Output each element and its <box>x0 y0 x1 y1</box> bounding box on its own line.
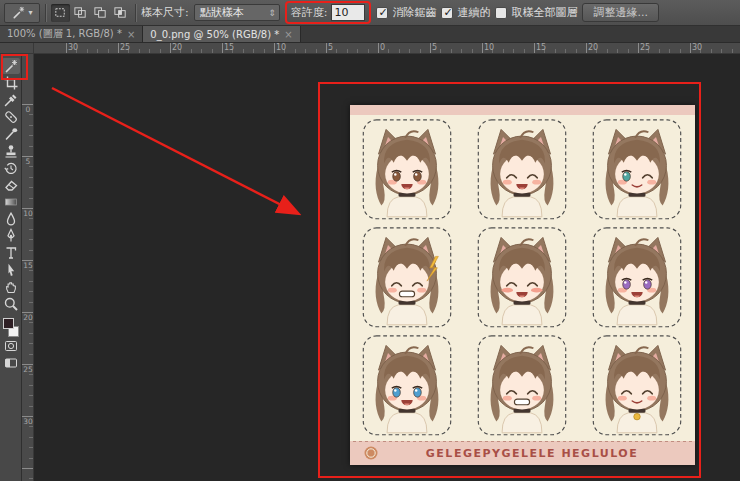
checkbox-box: ✓ <box>376 7 388 19</box>
ruler-number: 20 <box>22 313 34 322</box>
ruler-number: 10 <box>22 209 34 218</box>
blur-icon <box>3 211 19 227</box>
crop-icon <box>3 75 19 91</box>
healing-icon <box>3 109 19 125</box>
ruler-number: 30 <box>692 43 702 52</box>
ruler-number: 15 <box>224 43 234 52</box>
close-icon[interactable]: × <box>127 29 135 40</box>
pen-icon <box>3 228 19 244</box>
ruler-number: 20 <box>172 43 182 52</box>
tool-history-brush[interactable] <box>2 160 20 176</box>
checkbox-label: 取樣全部圖層 <box>511 5 577 20</box>
checkbox-box: ✓ <box>495 7 507 19</box>
tab-document-2[interactable]: 0_0.png @ 50% (RGB/8) * × <box>143 26 300 42</box>
tool-eyedropper[interactable] <box>2 92 20 108</box>
tool-pen[interactable] <box>2 228 20 244</box>
type-icon <box>3 245 19 261</box>
tab-document-1[interactable]: 100% (圖層 1, RGB/8) * × <box>0 26 143 42</box>
tool-quick-mask[interactable] <box>2 338 20 354</box>
selection-mode-group <box>51 4 130 22</box>
tools-panel <box>0 54 22 481</box>
ruler-number: 30 <box>68 43 78 52</box>
ruler-corner <box>0 42 34 54</box>
ruler-number: 25 <box>640 43 650 52</box>
artwork-image[interactable]: GELEGEPYGELELE HEGLULOE <box>350 105 695 465</box>
separator <box>45 4 46 22</box>
sample-size-label: 樣本尺寸: <box>141 5 189 20</box>
sample-size-select[interactable]: 點狀樣本 ⇕ <box>194 4 280 21</box>
eraser-icon <box>3 177 19 193</box>
close-icon[interactable]: × <box>284 29 292 40</box>
tool-brush[interactable] <box>2 126 20 142</box>
path-select-icon <box>3 262 19 278</box>
annotation-tolerance-highlight: 容許度: <box>285 1 372 24</box>
ruler-number: 15 <box>536 43 546 52</box>
eyedropper-icon <box>3 92 19 108</box>
vertical-ruler: 051015202530 <box>22 54 34 481</box>
ruler-number: 10 <box>484 43 494 52</box>
tool-preset-button[interactable]: ▾ <box>4 3 40 23</box>
artwork-svg: GELEGEPYGELELE HEGLULOE <box>350 105 695 465</box>
history-brush-icon <box>3 160 19 176</box>
subtract-from-selection-icon[interactable] <box>91 4 110 22</box>
foreground-color-swatch <box>3 318 14 329</box>
brush-icon <box>3 126 19 142</box>
tool-blur[interactable] <box>2 211 20 227</box>
checkbox-box: ✓ <box>441 7 453 19</box>
checkbox-sample-all-layers[interactable]: ✓ 取樣全部圖層 <box>495 5 577 20</box>
checkbox-anti-alias[interactable]: ✓ 消除鋸齒 <box>376 5 436 20</box>
tool-eraser[interactable] <box>2 177 20 193</box>
ruler-number: 5 <box>328 43 333 52</box>
check-icon: ✓ <box>443 6 452 19</box>
checkbox-label: 連續的 <box>457 5 490 20</box>
tool-type[interactable] <box>2 245 20 261</box>
hand-icon <box>3 279 19 295</box>
ruler-number: 15 <box>22 261 34 270</box>
canvas-area[interactable]: GELEGEPYGELELE HEGLULOE <box>34 54 740 481</box>
add-to-selection-icon[interactable] <box>71 4 90 22</box>
clone-stamp-icon <box>3 143 19 159</box>
tool-path-select[interactable] <box>2 262 20 278</box>
separator <box>135 4 136 22</box>
tool-crop[interactable] <box>2 75 20 91</box>
color-swatches[interactable] <box>2 318 20 337</box>
tolerance-input[interactable] <box>331 4 365 21</box>
intersect-selection-icon[interactable] <box>111 4 130 22</box>
magic-wand-icon <box>11 5 26 20</box>
tool-options-bar: ▾ 樣本尺寸: 點狀樣本 ⇕ 容許度: ✓ 消除鋸齒 ✓ 連續的 ✓ 取樣全部圖… <box>0 0 740 26</box>
ruler-number: 0 <box>380 43 385 52</box>
tool-gradient[interactable] <box>2 194 20 210</box>
photoshop-window: ▾ 樣本尺寸: 點狀樣本 ⇕ 容許度: ✓ 消除鋸齒 ✓ 連續的 ✓ 取樣全部圖… <box>0 0 740 481</box>
tool-magic-wand[interactable] <box>2 58 20 74</box>
artwork-caption: GELEGEPYGELELE HEGLULOE <box>426 447 638 460</box>
tool-zoom[interactable] <box>2 296 20 312</box>
magic-wand-icon <box>3 58 19 74</box>
ruler-number: 5 <box>432 43 437 52</box>
ruler-number: 0 <box>22 105 34 114</box>
select-arrows-icon: ⇕ <box>268 8 276 18</box>
ruler-number: 20 <box>588 43 598 52</box>
new-selection-icon[interactable] <box>51 4 70 22</box>
ruler-number: 5 <box>22 157 34 166</box>
quick-mask-icon <box>3 338 19 354</box>
tool-hand[interactable] <box>2 279 20 295</box>
ruler-number: 10 <box>276 43 286 52</box>
zoom-icon <box>3 296 19 312</box>
horizontal-ruler: 3025201510505101520253035 <box>34 42 740 54</box>
check-icon: ✓ <box>378 6 387 19</box>
tab-label: 0_0.png @ 50% (RGB/8) * <box>150 29 279 40</box>
caret-down-icon: ▾ <box>28 9 32 17</box>
ruler-number: 25 <box>120 43 130 52</box>
screen-mode-icon <box>3 355 19 371</box>
tab-label: 100% (圖層 1, RGB/8) * <box>7 27 122 41</box>
document-tab-bar: 100% (圖層 1, RGB/8) * × 0_0.png @ 50% (RG… <box>0 26 740 43</box>
tolerance-label: 容許度: <box>291 5 328 20</box>
tool-screen-mode[interactable] <box>2 355 20 371</box>
tool-healing[interactable] <box>2 109 20 125</box>
checkbox-contiguous[interactable]: ✓ 連續的 <box>441 5 490 20</box>
gradient-icon <box>3 194 19 210</box>
ruler-number: 25 <box>22 365 34 374</box>
sample-size-value: 點狀樣本 <box>200 5 244 20</box>
tool-clone-stamp[interactable] <box>2 143 20 159</box>
refine-edge-button[interactable]: 調整邊緣... <box>582 3 659 22</box>
